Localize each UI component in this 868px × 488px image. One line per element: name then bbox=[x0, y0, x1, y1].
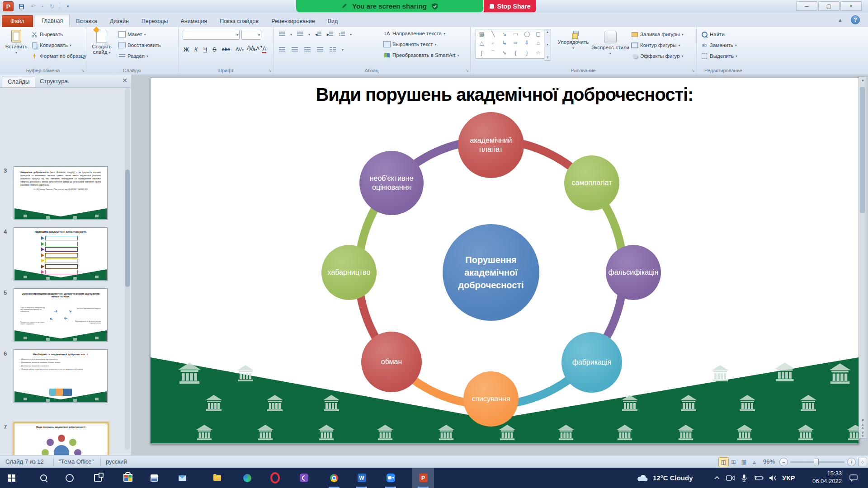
taskbar-icon-floppy-app[interactable] bbox=[143, 468, 165, 488]
slide-number-status[interactable]: Слайд 7 из 12 bbox=[5, 458, 44, 465]
action-center-icon[interactable] bbox=[849, 468, 858, 488]
align-left-icon[interactable] bbox=[278, 46, 286, 53]
shape-glyph-16[interactable]: } bbox=[526, 50, 528, 56]
shape-glyph-0[interactable]: ▤ bbox=[479, 31, 484, 37]
text-direction-button[interactable]: ↕A Направление текста▾ bbox=[383, 30, 445, 37]
shape-glyph-3[interactable]: ▭ bbox=[513, 31, 518, 37]
find-button[interactable]: Найти bbox=[701, 31, 725, 38]
previous-slide-button[interactable]: ∧∧ bbox=[862, 423, 864, 430]
ribbon-tab-2[interactable]: Вставка bbox=[70, 16, 103, 27]
align-center-icon[interactable] bbox=[291, 46, 298, 53]
zoom-percentage[interactable]: 96% bbox=[763, 458, 775, 465]
shape-glyph-7[interactable]: ⌐ bbox=[491, 40, 495, 46]
decrease-indent-icon[interactable]: ◂ bbox=[315, 31, 322, 38]
slide-thumbnail-5[interactable]: Основні принципи академічної доброчеснос… bbox=[14, 288, 108, 342]
ribbon-tab-6[interactable]: Показ слайдов bbox=[213, 16, 265, 27]
language-indicator[interactable]: УКР bbox=[782, 468, 795, 488]
underline-button[interactable]: Ч bbox=[203, 46, 207, 53]
bold-button[interactable]: Ж bbox=[184, 46, 189, 53]
taskbar-icon-edge[interactable] bbox=[236, 468, 258, 488]
cut-button[interactable]: Вырезать bbox=[31, 31, 63, 38]
convert-smartart-button[interactable]: Преобразовать в SmartArt▾ bbox=[383, 52, 459, 59]
scroll-up-icon[interactable]: ▲ bbox=[861, 78, 865, 82]
shape-glyph-12[interactable]: ∫ bbox=[481, 50, 482, 56]
align-text-button[interactable]: Выровнять текст▾ bbox=[383, 41, 437, 48]
help-icon[interactable]: ? bbox=[851, 15, 860, 24]
slide-thumbnail-4[interactable]: Принципи академічної доброчесності: bbox=[14, 227, 108, 281]
taskbar-icon-task-view[interactable] bbox=[87, 468, 108, 488]
panel-close-icon[interactable]: ✕ bbox=[122, 77, 127, 84]
shape-glyph-17[interactable]: ☆ bbox=[536, 50, 541, 56]
battery-icon[interactable] bbox=[754, 468, 764, 488]
zoom-out-button[interactable]: − bbox=[779, 458, 788, 466]
theme-status[interactable]: "Тема Office" bbox=[59, 458, 94, 465]
shape-glyph-6[interactable]: △ bbox=[480, 40, 484, 46]
slide-title[interactable]: Види порушень академічної доброчесності: bbox=[316, 84, 693, 105]
diagram-node-3[interactable]: фабрикація bbox=[561, 332, 622, 393]
tab-slides[interactable]: Слайды bbox=[2, 76, 35, 87]
weather-text[interactable]: 12°C Cloudy bbox=[653, 468, 693, 488]
minimize-button[interactable]: ─ bbox=[796, 1, 817, 11]
shape-glyph-14[interactable]: ∿ bbox=[502, 50, 506, 56]
shape-outline-button[interactable]: Контур фигуры▾ bbox=[631, 42, 680, 49]
shape-glyph-5[interactable]: ▢ bbox=[536, 31, 541, 37]
increase-indent-icon[interactable]: ▸ bbox=[326, 31, 334, 38]
paste-button[interactable]: Вставить▾ bbox=[5, 30, 28, 55]
ribbon-tab-7[interactable]: Рецензирование bbox=[265, 16, 321, 27]
shape-glyph-2[interactable]: ↘ bbox=[502, 31, 506, 37]
diagram-node-7[interactable]: необ'єктивнеоцінювання bbox=[359, 151, 424, 215]
language-status[interactable]: русский bbox=[106, 458, 127, 465]
ribbon-tab-8[interactable]: Вид bbox=[321, 16, 344, 27]
taskbar-icon-zoom-app[interactable] bbox=[380, 468, 401, 488]
customize-qat-icon[interactable]: ▾ bbox=[64, 2, 72, 10]
taskbar-icon-mail[interactable] bbox=[171, 468, 193, 488]
close-button[interactable]: × bbox=[840, 1, 862, 11]
ribbon-tab-1[interactable]: Главная bbox=[35, 15, 70, 27]
line-spacing-icon[interactable]: ↕ bbox=[338, 31, 345, 38]
diagram-node-0[interactable]: академічнийплагіат bbox=[458, 112, 524, 178]
zoom-slider-track[interactable] bbox=[790, 461, 844, 463]
justify-icon[interactable] bbox=[316, 46, 324, 53]
next-slide-button[interactable]: ∨∨ bbox=[862, 431, 864, 437]
align-right-icon[interactable] bbox=[304, 46, 311, 53]
slide-canvas[interactable]: Види порушень академічної доброчесності:… bbox=[150, 78, 859, 444]
shape-glyph-1[interactable]: ╲ bbox=[491, 31, 495, 37]
shapes-gallery-scrollbar[interactable]: ▲▼⊽ bbox=[544, 29, 551, 61]
grow-font-button[interactable]: A▲ bbox=[247, 44, 255, 51]
ribbon-tab-0[interactable]: Файл bbox=[2, 15, 33, 27]
clock[interactable]: 15:33 06.04.2022 bbox=[801, 470, 842, 485]
shape-glyph-9[interactable]: ⇨ bbox=[513, 40, 518, 46]
bullets-icon[interactable] bbox=[278, 31, 286, 38]
restore-button[interactable]: ▢ bbox=[818, 1, 840, 11]
panel-scrollbar[interactable] bbox=[125, 88, 130, 450]
shape-glyph-4[interactable]: ◯ bbox=[524, 31, 530, 37]
select-button[interactable]: Выделить▾ bbox=[701, 52, 737, 60]
redo-icon[interactable]: ↻ bbox=[48, 2, 56, 10]
shape-glyph-13[interactable]: ⌒ bbox=[491, 49, 496, 57]
numbering-icon[interactable] bbox=[297, 31, 304, 38]
replace-button[interactable]: ab Заменить▾ bbox=[701, 42, 737, 49]
zoom-slider-knob[interactable] bbox=[814, 459, 819, 466]
reset-button[interactable]: Восстановить bbox=[118, 42, 161, 49]
shape-glyph-11[interactable]: ⌂ bbox=[537, 40, 540, 46]
shape-effects-button[interactable]: Эффекты фигур▾ bbox=[631, 52, 684, 60]
speaker-icon[interactable] bbox=[769, 468, 777, 488]
shapes-gallery[interactable]: ▤╲↘▭◯▢△⌐↳⇨⇩⌂∫⌒∿{}☆ bbox=[476, 29, 544, 59]
taskbar-icon-chrome[interactable] bbox=[323, 468, 345, 488]
diagram-node-6[interactable]: хабарництво bbox=[321, 245, 377, 300]
format-painter-button[interactable]: Формат по образцу bbox=[31, 52, 86, 60]
layout-button[interactable]: Макет▾ bbox=[118, 31, 146, 38]
shadow-button[interactable]: S bbox=[212, 46, 217, 53]
reading-view-button[interactable]: ▥ bbox=[739, 457, 749, 466]
diagram-node-5[interactable]: обман bbox=[361, 332, 422, 392]
section-button[interactable]: Раздел▾ bbox=[118, 52, 148, 60]
undo-dropdown-icon[interactable]: ▾ bbox=[41, 2, 44, 10]
zoom-in-button[interactable]: + bbox=[847, 458, 856, 466]
vertical-scrollbar[interactable]: ▲ ▼ ∧∧ ∨∨ bbox=[859, 76, 867, 439]
taskbar-icon-opera[interactable] bbox=[264, 468, 286, 488]
tray-expand-icon[interactable] bbox=[713, 468, 721, 488]
quick-styles-button[interactable]: Экспресс-стили▾ bbox=[590, 31, 630, 56]
taskbar-icon-microsoft-store[interactable] bbox=[117, 468, 139, 488]
shape-glyph-10[interactable]: ⇩ bbox=[524, 40, 529, 46]
scroll-down-icon[interactable]: ▼ bbox=[861, 419, 865, 422]
